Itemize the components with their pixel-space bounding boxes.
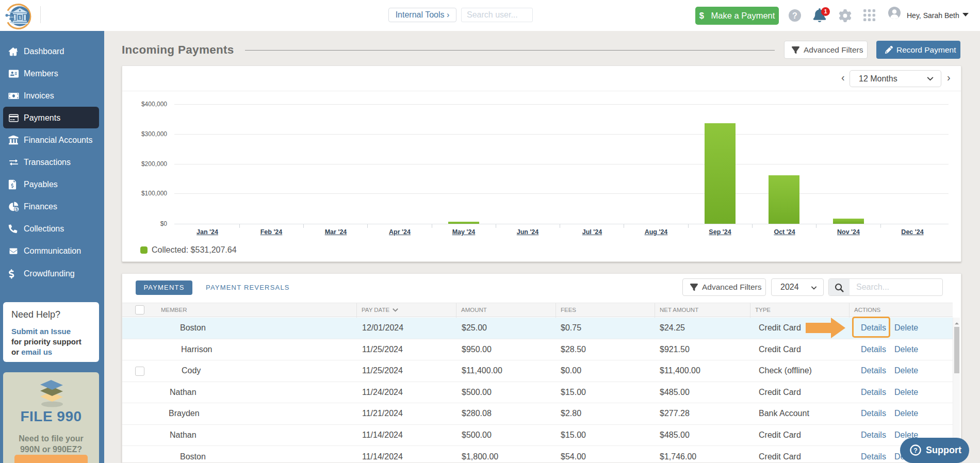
svg-text:$: $ <box>15 207 18 212</box>
svg-text:$: $ <box>19 15 21 20</box>
svg-text:?: ? <box>913 447 918 454</box>
svg-text:?: ? <box>792 11 797 20</box>
